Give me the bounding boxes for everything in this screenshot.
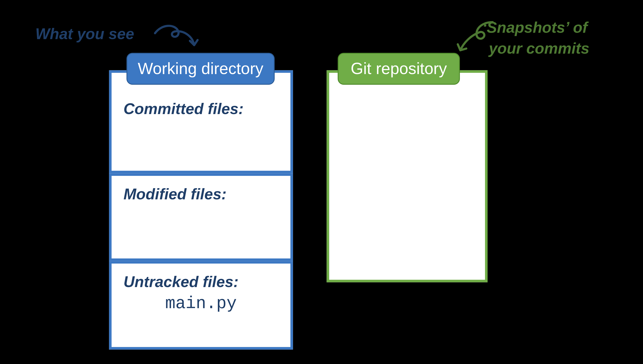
section-committed-files: Committed files:: [109, 70, 293, 174]
section-modified-files: Modified files:: [109, 173, 293, 261]
tab-working-directory: Working directory: [126, 53, 274, 85]
callout-snapshots-line1: ‘Snapshots’ of: [482, 19, 588, 36]
callout-what-you-see: What you see: [36, 26, 134, 42]
arrow-left-curl-icon: [153, 21, 204, 51]
untracked-files-label: Untracked files:: [124, 273, 278, 291]
tab-git-repository: Git repository: [338, 53, 460, 85]
modified-files-label: Modified files:: [124, 185, 278, 203]
callout-snapshots-line2: your commits: [489, 40, 589, 57]
section-untracked-files: Untracked files: main.py: [109, 261, 293, 350]
arrow-right-curl-icon: [454, 20, 496, 56]
panel-git-repository: [327, 70, 488, 282]
committed-files-label: Committed files:: [124, 100, 278, 118]
untracked-file-main-py: main.py: [124, 294, 278, 314]
